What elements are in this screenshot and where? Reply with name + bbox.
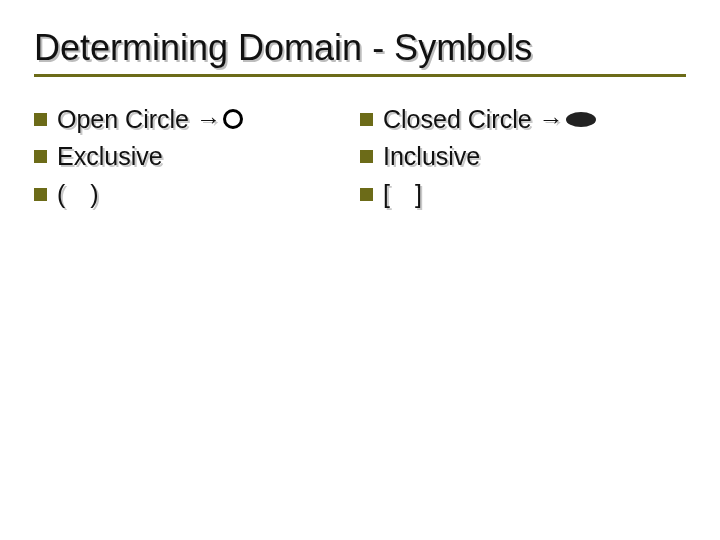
item-text: Closed Circle →	[383, 101, 564, 139]
item-text: Inclusive	[383, 138, 480, 176]
slide-title: Determining Domain - Symbols	[34, 28, 686, 68]
bullet-icon	[360, 150, 373, 163]
title-underline	[34, 74, 686, 77]
item-text: ( )	[57, 176, 99, 214]
list-item: Open Circle →	[34, 101, 360, 139]
right-column: Closed Circle → Inclusive [ ]	[360, 101, 686, 214]
content-columns: Open Circle → Exclusive ( ) Closed Circl…	[34, 101, 686, 214]
bullet-icon	[360, 113, 373, 126]
list-item: [ ]	[360, 176, 686, 214]
bullet-icon	[360, 188, 373, 201]
bullet-icon	[34, 113, 47, 126]
item-text: [ ]	[383, 176, 422, 214]
bullet-icon	[34, 188, 47, 201]
list-item: Exclusive	[34, 138, 360, 176]
list-item: Inclusive	[360, 138, 686, 176]
bullet-icon	[34, 150, 47, 163]
closed-circle-icon	[566, 112, 596, 127]
open-circle-icon	[223, 109, 243, 129]
list-item: ( )	[34, 176, 360, 214]
slide: Determining Domain - Symbols Open Circle…	[0, 0, 720, 540]
list-item: Closed Circle →	[360, 101, 686, 139]
item-text: Exclusive	[57, 138, 163, 176]
left-column: Open Circle → Exclusive ( )	[34, 101, 360, 214]
item-text: Open Circle →	[57, 101, 221, 139]
